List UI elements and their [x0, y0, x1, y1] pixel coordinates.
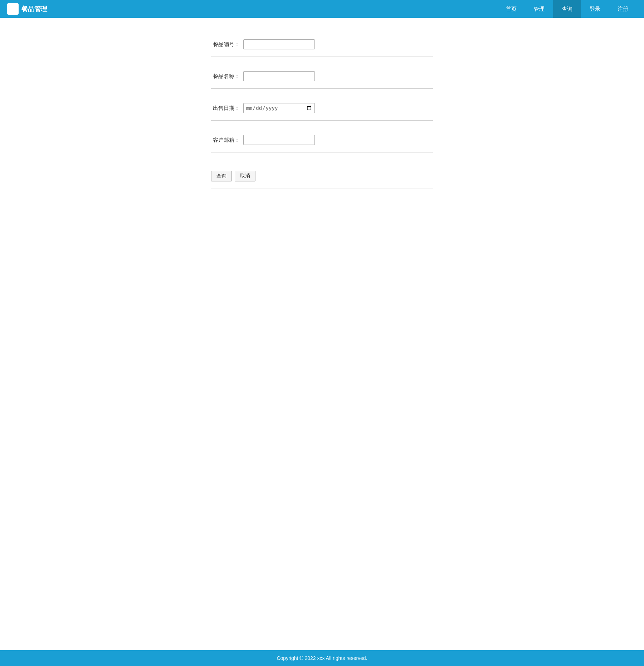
brand-name: 餐品管理	[21, 5, 47, 13]
nav-login[interactable]: 登录	[581, 0, 609, 18]
field-food-name: 餐品名称：	[211, 71, 433, 89]
nav-query[interactable]: 查询	[553, 0, 581, 18]
sale-date-label: 出售日期：	[211, 105, 240, 112]
field-email: 客户邮箱：	[211, 135, 433, 152]
form-divider-bottom	[211, 189, 433, 189]
brand-icon: 🍽	[7, 3, 19, 15]
sale-date-input[interactable]	[243, 103, 315, 113]
nav-manage[interactable]: 管理	[525, 0, 553, 18]
header: 🍽 餐品管理 首页 管理 查询 登录 注册	[0, 0, 644, 18]
main-content: 餐品编号： 餐品名称： 出售日期： 客户邮箱： 查询 取消	[0, 18, 644, 650]
footer-text: Copyright © 2022 xxx All rights reserved…	[277, 655, 367, 661]
email-input[interactable]	[243, 135, 315, 145]
form-buttons: 查询 取消	[211, 171, 433, 181]
nav-home[interactable]: 首页	[497, 0, 525, 18]
footer: Copyright © 2022 xxx All rights reserved…	[0, 650, 644, 666]
cancel-button[interactable]: 取消	[235, 171, 255, 181]
food-id-label: 餐品编号：	[211, 41, 240, 48]
email-label: 客户邮箱：	[211, 137, 240, 144]
food-id-input[interactable]	[243, 39, 315, 49]
food-name-input[interactable]	[243, 71, 315, 81]
search-form: 餐品编号： 餐品名称： 出售日期： 客户邮箱： 查询 取消	[197, 32, 447, 196]
food-name-label: 餐品名称：	[211, 73, 240, 80]
field-food-id: 餐品编号：	[211, 39, 433, 57]
search-button[interactable]: 查询	[211, 171, 232, 181]
nav-register[interactable]: 注册	[609, 0, 637, 18]
brand: 🍽 餐品管理	[7, 3, 47, 15]
form-divider-top	[211, 167, 433, 167]
main-nav: 首页 管理 查询 登录 注册	[497, 0, 637, 18]
field-sale-date: 出售日期：	[211, 103, 433, 121]
